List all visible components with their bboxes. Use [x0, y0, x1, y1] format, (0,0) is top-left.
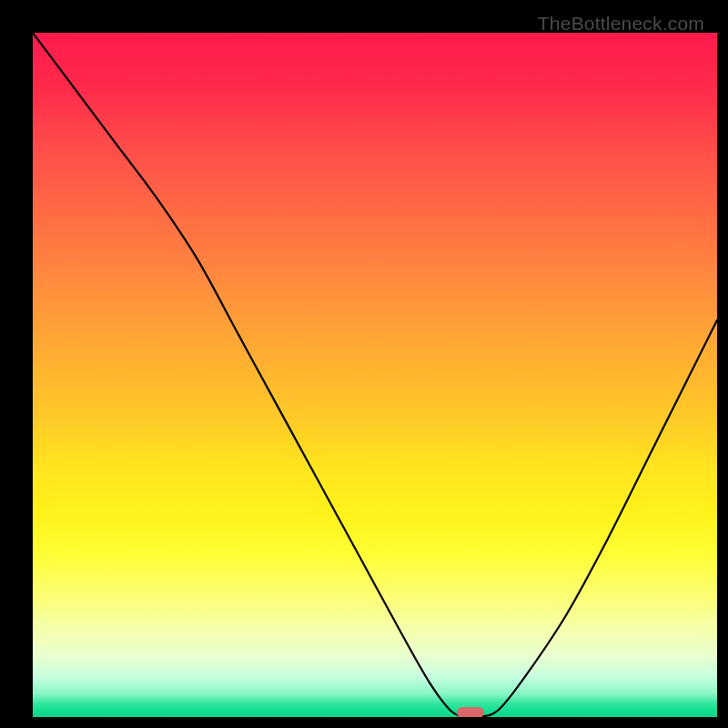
- optimum-marker: [457, 707, 484, 717]
- bottleneck-curve: [33, 33, 717, 717]
- attribution-label: TheBottleneck.com: [538, 13, 704, 35]
- plot-area: [33, 33, 717, 717]
- chart-frame: TheBottleneck.com: [11, 11, 717, 717]
- curve-layer: [33, 33, 717, 717]
